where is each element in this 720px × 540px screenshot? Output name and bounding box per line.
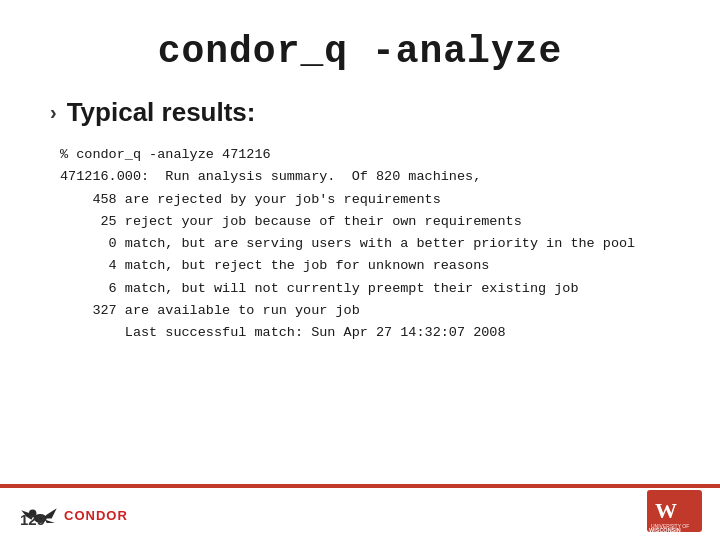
code-line-1: % condor_q -analyze 471216 (60, 144, 670, 166)
footer: CONDOR (0, 500, 720, 530)
code-line-8: 327 are available to run your job (60, 300, 670, 322)
uw-logo-icon: W UNIVERSITY OF WISCONSIN (647, 490, 702, 532)
condor-text-label: CONDOR (64, 508, 128, 523)
slide-title: condor_q -analyze (50, 30, 670, 73)
code-line-7: 6 match, but will not currently preempt … (60, 278, 670, 300)
svg-text:WISCONSIN: WISCONSIN (649, 527, 681, 532)
code-line-6: 4 match, but reject the job for unknown … (60, 255, 670, 277)
code-line-4: 25 reject your job because of their own … (60, 211, 670, 233)
code-line-9: Last successful match: Sun Apr 27 14:32:… (60, 322, 670, 344)
svg-text:W: W (655, 498, 677, 523)
slide: condor_q -analyze › Typical results: % c… (0, 0, 720, 540)
code-line-5: 0 match, but are serving users with a be… (60, 233, 670, 255)
bullet-arrow-icon: › (50, 101, 57, 124)
code-block: % condor_q -analyze 471216 471216.000: R… (50, 144, 670, 344)
code-line-2: 471216.000: Run analysis summary. Of 820… (60, 166, 670, 188)
section-header: › Typical results: (50, 97, 670, 128)
section-title: Typical results: (67, 97, 256, 128)
svg-marker-5 (45, 520, 54, 523)
bottom-bar-divider (0, 484, 720, 488)
page-number: 129 (20, 511, 45, 528)
code-line-3: 458 are rejected by your job's requireme… (60, 189, 670, 211)
